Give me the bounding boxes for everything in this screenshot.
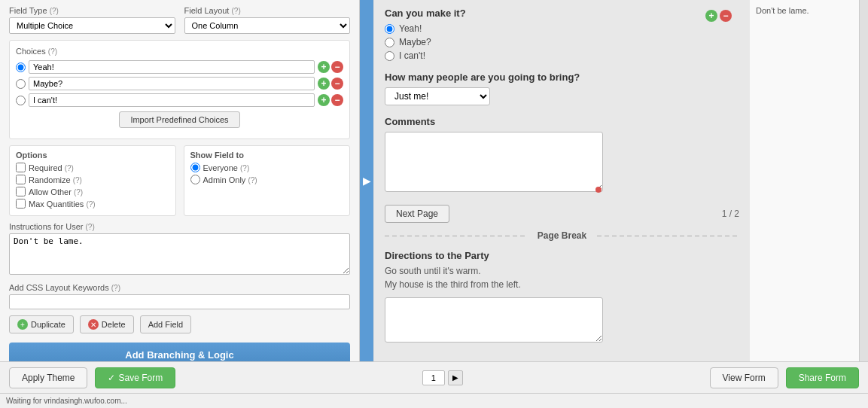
page-break-bar: Page Break: [385, 230, 739, 241]
share-form-button[interactable]: Share Form: [786, 367, 859, 388]
choice-input-3[interactable]: [29, 93, 315, 107]
branching-button[interactable]: Add Branching & Logic: [9, 343, 350, 361]
next-page-row: Next Page 1 / 2: [385, 205, 739, 223]
scrollbar[interactable]: [859, 0, 868, 361]
option-required: Required (?): [16, 163, 169, 172]
directions-textarea[interactable]: [385, 297, 603, 343]
question-1: Can you make it? Yeah! Maybe? I can't!: [385, 8, 739, 61]
action-buttons: + Duplicate ✕ Delete Add Field: [9, 315, 350, 333]
instructions-section: Instructions for User (?) Don't be lame.: [9, 222, 350, 277]
randomize-checkbox[interactable]: [16, 175, 26, 184]
right-info-panel: Don't be lame.: [750, 0, 859, 361]
allow-other-checkbox[interactable]: [16, 187, 26, 196]
required-checkbox[interactable]: [16, 163, 26, 172]
center-panel: Can you make it? Yeah! Maybe? I can't!: [373, 0, 750, 361]
field-layout-select[interactable]: One Column Two Columns Three Columns: [184, 17, 351, 34]
left-panel: Field Type (?) Multiple Choice Checkboxe…: [0, 0, 360, 361]
field-layout-label: Field Layout (?): [184, 6, 351, 15]
question-3-title: Comments: [385, 116, 739, 127]
instructions-textarea[interactable]: Don't be lame.: [9, 233, 350, 275]
show-everyone-option: Everyone (?): [190, 163, 344, 172]
panel-collapse-arrow[interactable]: ▶: [360, 0, 373, 361]
apply-theme-button[interactable]: Apply Theme: [9, 367, 87, 388]
show-everyone-radio[interactable]: [190, 163, 200, 172]
option-yeah-radio[interactable]: [385, 24, 394, 34]
option-allow-other: Allow Other (?): [16, 187, 169, 196]
option-cant-radio[interactable]: [385, 51, 394, 61]
show-admin-radio[interactable]: [190, 175, 200, 184]
next-page-button[interactable]: Next Page: [385, 205, 449, 223]
directions-text: Go south until it's warm.My house is the…: [385, 264, 739, 291]
field-type-help: (?): [50, 7, 59, 15]
import-predefined-button[interactable]: Import Predefined Choices: [119, 111, 239, 128]
choice-remove-btn-3[interactable]: −: [331, 94, 343, 106]
question-2: How many people are you going to bring? …: [385, 72, 739, 105]
delete-icon: ✕: [88, 319, 99, 330]
question-1-title: Can you make it?: [385, 8, 739, 19]
bottom-toolbar: Apply Theme ✓ Save Form ▶ View Form Shar…: [0, 361, 868, 393]
choice-radio-1[interactable]: [16, 62, 26, 72]
status-text: Waiting for vrindasingh.wufoo.com...: [6, 397, 127, 405]
option-maybe: Maybe?: [385, 37, 739, 47]
option-maybe-radio[interactable]: [385, 38, 394, 47]
info-text: Don't be lame.: [756, 6, 853, 15]
choice-add-btn-2[interactable]: +: [318, 78, 330, 90]
page-nav: ▶: [422, 370, 463, 385]
option-randomize: Randomize (?): [16, 175, 169, 184]
choice-remove-btn-1[interactable]: −: [331, 61, 343, 73]
delete-button[interactable]: ✕ Delete: [80, 315, 134, 333]
page-number-input[interactable]: [422, 370, 445, 385]
status-bar: Waiting for vrindasingh.wufoo.com...: [0, 393, 868, 408]
show-field-to-title: Show Field to: [190, 151, 344, 160]
option-max-quantities: Max Quantities (?): [16, 199, 169, 209]
people-count-select[interactable]: Just me! 1 2 3 4+: [385, 87, 490, 105]
page-break-label: Page Break: [527, 230, 597, 241]
choice-add-btn-3[interactable]: +: [318, 94, 330, 106]
choice-add-btn-1[interactable]: +: [318, 61, 330, 73]
right-area: Can you make it? Yeah! Maybe? I can't!: [373, 0, 868, 361]
option-yeah: Yeah!: [385, 23, 739, 34]
question-2-title: How many people are you going to bring?: [385, 72, 739, 83]
save-form-label: Save Form: [118, 373, 163, 383]
resize-handle: [595, 187, 602, 193]
choice-input-1[interactable]: [29, 60, 315, 74]
options-title: Options: [16, 151, 169, 160]
add-field-button[interactable]: Add Field: [140, 315, 191, 333]
field-type-label: Field Type (?): [9, 6, 175, 15]
save-icon: ✓: [108, 373, 115, 383]
choices-header: Choices (?): [16, 47, 343, 56]
choice-radio-2[interactable]: [16, 79, 26, 89]
max-quantities-checkbox[interactable]: [16, 199, 26, 209]
choice-item: + −: [16, 93, 343, 107]
choice-remove-btn-2[interactable]: −: [331, 78, 343, 90]
arrow-icon: ▶: [363, 175, 371, 187]
css-label: Add CSS Layout Keywords (?): [9, 283, 350, 292]
directions-title: Directions to the Party: [385, 250, 739, 261]
save-form-button[interactable]: ✓ Save Form: [95, 367, 175, 388]
choice-item: + −: [16, 77, 343, 90]
field-type-select[interactable]: Multiple Choice Checkboxes Short Answer …: [9, 17, 175, 34]
comments-textarea[interactable]: [385, 132, 603, 192]
question-3: Comments: [385, 116, 739, 194]
choice-input-2[interactable]: [29, 77, 315, 90]
instructions-label: Instructions for User (?): [9, 222, 350, 231]
form-content: Can you make it? Yeah! Maybe? I can't!: [374, 0, 750, 361]
duplicate-button[interactable]: + Duplicate: [9, 315, 74, 333]
page-next-button[interactable]: ▶: [448, 370, 463, 385]
options-box: Options Required (?) Randomize (?) Allow…: [9, 145, 176, 216]
css-section: Add CSS Layout Keywords (?): [9, 283, 350, 309]
choice-item: + −: [16, 60, 343, 74]
directions-section: Directions to the Party Go south until i…: [385, 250, 739, 352]
options-row: Options Required (?) Randomize (?) Allow…: [9, 145, 350, 216]
show-admin-option: Admin Only (?): [190, 175, 344, 184]
view-form-button[interactable]: View Form: [710, 367, 778, 388]
page-break-line-right: [597, 236, 739, 236]
preview-remove-btn[interactable]: −: [720, 10, 732, 22]
css-input[interactable]: [9, 294, 350, 309]
choices-section: Choices (?) + − + −: [9, 40, 350, 139]
field-layout-help: (?): [232, 7, 241, 15]
preview-add-btn[interactable]: +: [705, 10, 717, 22]
choice-radio-3[interactable]: [16, 96, 26, 105]
page-indicator: 1 / 2: [722, 209, 739, 219]
page-break-line-left: [385, 236, 527, 236]
